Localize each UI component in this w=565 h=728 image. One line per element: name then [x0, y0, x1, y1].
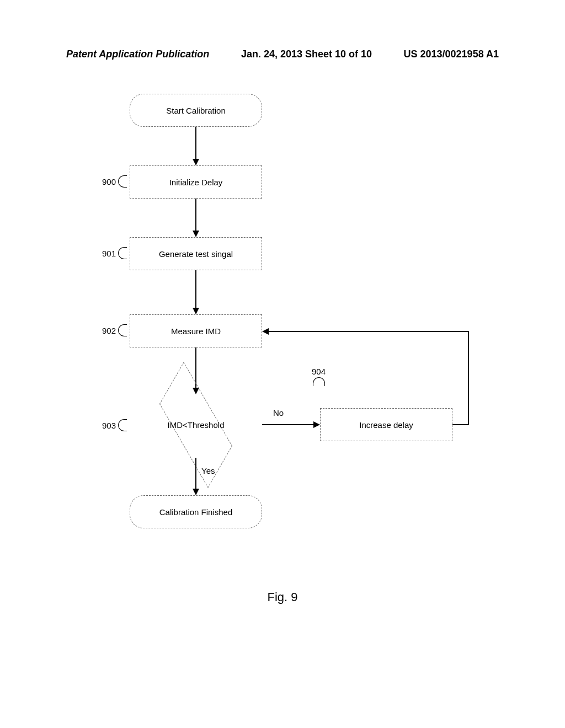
no-label: No	[273, 408, 284, 417]
end-terminal: Calibration Finished	[130, 495, 262, 528]
arrowhead-2	[193, 231, 199, 237]
page-header: Patent Application Publication Jan. 24, …	[0, 49, 565, 60]
step-901-box: Generate test singal	[130, 237, 262, 270]
start-text: Start Calibration	[166, 106, 226, 115]
figure-caption: Fig. 9	[0, 590, 565, 604]
end-text: Calibration Finished	[159, 507, 233, 517]
ref-904: 904	[312, 367, 326, 386]
start-terminal: Start Calibration	[130, 94, 262, 127]
arrowhead-feedback	[262, 328, 269, 335]
arrowhead-no	[313, 421, 320, 428]
arrow-feedback-h2	[269, 331, 469, 332]
arrow-feedback-v	[468, 331, 469, 425]
ref-903: 903	[102, 419, 126, 431]
arrow-1	[195, 127, 196, 160]
decision-903-text: IMD<Threshold	[168, 420, 225, 430]
step-902-box: Measure IMD	[130, 314, 262, 347]
decision-903: IMD<Threshold	[130, 392, 262, 458]
step-900-text: Initialize Delay	[169, 178, 223, 187]
yes-label: Yes	[201, 466, 215, 475]
header-right: US 2013/0021958 A1	[404, 49, 499, 60]
arrow-feedback-h1	[452, 424, 469, 425]
ref-900: 900	[102, 175, 126, 188]
step-904-text: Increase delay	[359, 420, 413, 430]
arrow-2	[195, 199, 196, 232]
arrow-yes	[195, 458, 196, 490]
arrow-no-h	[262, 424, 315, 425]
step-902-text: Measure IMD	[171, 326, 221, 336]
header-left: Patent Application Publication	[66, 49, 209, 60]
ref-curve-down-icon	[313, 377, 325, 386]
step-904-box: Increase delay	[320, 408, 452, 441]
ref-901: 901	[102, 247, 126, 259]
arrow-3	[195, 270, 196, 309]
flowchart-container: Start Calibration Initialize Delay 900 G…	[0, 94, 565, 618]
ref-curve-icon	[118, 175, 127, 188]
ref-curve-icon	[118, 324, 127, 336]
ref-curve-icon	[118, 419, 127, 431]
step-901-text: Generate test singal	[159, 249, 233, 259]
arrowhead-1	[193, 159, 199, 165]
arrowhead-3	[193, 308, 199, 314]
arrowhead-yes	[193, 489, 199, 495]
step-900-box: Initialize Delay	[130, 165, 262, 199]
header-center: Jan. 24, 2013 Sheet 10 of 10	[241, 49, 372, 60]
ref-902: 902	[102, 324, 126, 336]
ref-curve-icon	[118, 247, 127, 259]
